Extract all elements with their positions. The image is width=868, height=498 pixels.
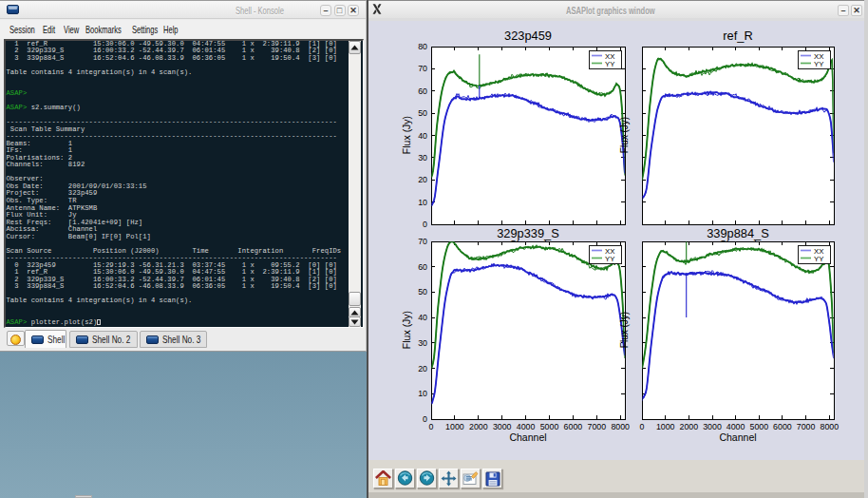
svg-text:0: 0 xyxy=(640,422,645,431)
svg-text:30: 30 xyxy=(418,338,427,348)
svg-text:YY: YY xyxy=(814,60,824,68)
svg-text:4000: 4000 xyxy=(517,422,536,431)
svg-text:7000: 7000 xyxy=(588,422,607,431)
svg-text:8000: 8000 xyxy=(611,422,630,431)
svg-text:0: 0 xyxy=(423,414,427,424)
svg-text:Channel: Channel xyxy=(509,431,546,443)
svg-text:5000: 5000 xyxy=(750,422,769,431)
svg-text:3000: 3000 xyxy=(493,422,512,431)
svg-text:80: 80 xyxy=(418,42,427,51)
svg-text:4000: 4000 xyxy=(726,422,745,431)
svg-text:0: 0 xyxy=(429,422,434,431)
svg-text:60: 60 xyxy=(418,262,427,272)
svg-text:50: 50 xyxy=(418,287,427,297)
svg-text:2000: 2000 xyxy=(680,422,699,431)
svg-text:Flux (Jy): Flux (Jy) xyxy=(401,311,412,349)
svg-text:10: 10 xyxy=(418,198,427,207)
svg-text:20: 20 xyxy=(418,364,427,374)
svg-text:8000: 8000 xyxy=(821,422,840,431)
svg-text:Channel: Channel xyxy=(719,431,756,443)
svg-text:1000: 1000 xyxy=(656,422,675,431)
svg-text:70: 70 xyxy=(418,64,427,73)
svg-text:Flux (Jy): Flux (Jy) xyxy=(401,116,412,154)
svg-text:40: 40 xyxy=(418,313,427,322)
svg-text:1000: 1000 xyxy=(445,422,464,431)
svg-text:30: 30 xyxy=(418,153,427,163)
svg-text:YY: YY xyxy=(605,60,615,68)
svg-text:0: 0 xyxy=(423,220,427,229)
svg-text:Flux (Jy): Flux (Jy) xyxy=(619,117,630,153)
svg-text:329p339_S: 329p339_S xyxy=(497,226,558,240)
svg-text:YY: YY xyxy=(814,255,824,263)
svg-text:ref_R: ref_R xyxy=(723,29,752,43)
svg-text:339p884_S: 339p884_S xyxy=(707,226,768,240)
svg-text:50: 50 xyxy=(418,108,427,118)
svg-text:20: 20 xyxy=(418,175,427,184)
svg-text:2000: 2000 xyxy=(469,422,488,431)
svg-text:5000: 5000 xyxy=(540,422,559,431)
svg-text:40: 40 xyxy=(418,131,427,141)
svg-text:323p459: 323p459 xyxy=(504,29,552,43)
svg-text:6000: 6000 xyxy=(564,422,583,431)
svg-text:Flux (Jy): Flux (Jy) xyxy=(619,312,630,348)
svg-text:60: 60 xyxy=(418,86,427,96)
svg-text:70: 70 xyxy=(418,237,427,246)
svg-text:10: 10 xyxy=(418,389,427,398)
svg-text:6000: 6000 xyxy=(773,422,792,431)
svg-text:3000: 3000 xyxy=(703,422,722,431)
svg-text:YY: YY xyxy=(605,255,615,263)
svg-text:7000: 7000 xyxy=(797,422,816,431)
